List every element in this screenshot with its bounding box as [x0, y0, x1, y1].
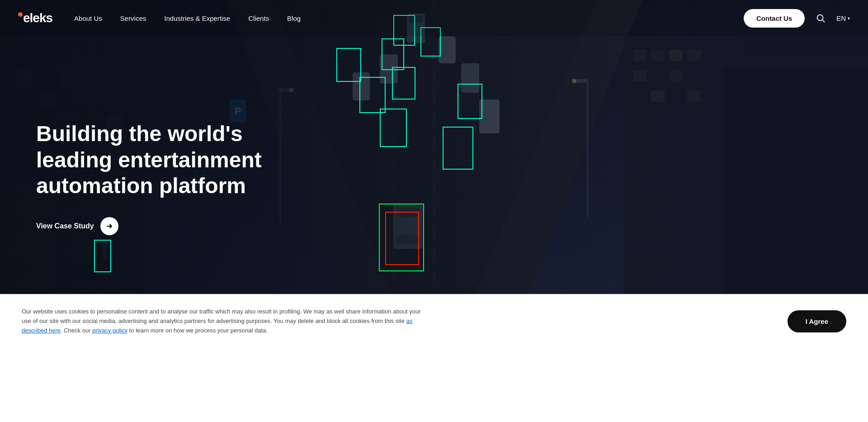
hero-title: Building the world's leading entertainme… [36, 121, 289, 199]
nav-link-blog[interactable]: Blog [287, 14, 301, 22]
cookie-text-after: to learn more on how we process your per… [127, 327, 268, 334]
cookie-link-privacy-policy[interactable]: privacy policy [92, 327, 127, 334]
nav-links: About Us Services Industries & Expertise… [74, 14, 744, 22]
nav-link-industries[interactable]: Industries & Expertise [164, 14, 230, 22]
contact-button[interactable]: Contact Us [744, 9, 805, 28]
nav-link-services[interactable]: Services [120, 14, 146, 22]
logo[interactable]: eleks [18, 11, 52, 25]
nav-link-clients[interactable]: Clients [248, 14, 269, 22]
cta-label: View Case Study [36, 222, 94, 230]
view-case-study-button[interactable]: View Case Study [36, 217, 289, 235]
cookie-banner: Our website uses cookies to personalise … [0, 294, 868, 348]
svg-line-1 [822, 20, 825, 22]
search-icon[interactable] [816, 13, 826, 23]
cta-arrow-icon [100, 217, 118, 235]
cookie-agree-button[interactable]: I Agree [788, 310, 846, 332]
cookie-text: Our website uses cookies to personalise … [22, 307, 429, 335]
cookie-text-between: . Check our [61, 327, 92, 334]
hero-content: Building the world's leading entertainme… [36, 121, 289, 235]
svg-point-0 [817, 15, 823, 21]
language-selector[interactable]: EN ▾ [836, 14, 850, 22]
logo-dot [18, 12, 23, 17]
nav-link-about[interactable]: About Us [74, 14, 102, 22]
chevron-down-icon: ▾ [848, 16, 850, 21]
hero-section: P [0, 0, 868, 294]
nav-right: Contact Us EN ▾ [744, 9, 850, 28]
logo-text: eleks [23, 11, 52, 25]
navbar: eleks About Us Services Industries & Exp… [0, 0, 868, 36]
cookie-text-before-link1: Our website uses cookies to personalise … [22, 308, 421, 324]
lang-label: EN [836, 14, 846, 22]
